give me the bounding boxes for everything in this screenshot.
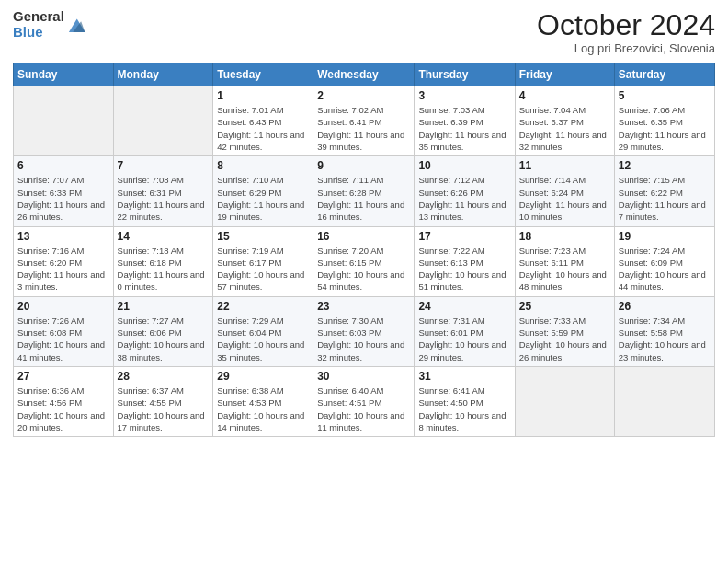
calendar-col-header: Thursday (415, 63, 515, 86)
day-info: Sunrise: 7:30 AMSunset: 6:03 PMDaylight:… (317, 315, 410, 363)
calendar-cell: 15Sunrise: 7:19 AMSunset: 6:17 PMDayligh… (213, 226, 313, 296)
page: General Blue October 2024 Log pri Brezov… (0, 0, 728, 563)
calendar-week-row: 27Sunrise: 6:36 AMSunset: 4:56 PMDayligh… (14, 366, 715, 436)
day-number: 11 (519, 159, 610, 172)
calendar-col-header: Saturday (614, 63, 714, 86)
calendar-week-row: 13Sunrise: 7:16 AMSunset: 6:20 PMDayligh… (14, 226, 715, 296)
calendar-cell: 8Sunrise: 7:10 AMSunset: 6:29 PMDaylight… (213, 156, 313, 226)
day-number: 25 (519, 300, 610, 313)
day-number: 6 (17, 159, 109, 172)
day-info: Sunrise: 7:27 AMSunset: 6:06 PMDaylight:… (118, 315, 210, 363)
calendar-cell: 5Sunrise: 7:06 AMSunset: 6:35 PMDaylight… (614, 86, 714, 156)
day-number: 26 (619, 300, 711, 313)
day-info: Sunrise: 7:23 AMSunset: 6:11 PMDaylight:… (519, 245, 610, 293)
calendar-cell: 17Sunrise: 7:22 AMSunset: 6:13 PMDayligh… (415, 226, 515, 296)
calendar-cell: 7Sunrise: 7:08 AMSunset: 6:31 PMDaylight… (113, 156, 213, 226)
month-title: October 2024 (537, 9, 715, 41)
day-info: Sunrise: 7:10 AMSunset: 6:29 PMDaylight:… (217, 174, 309, 223)
calendar-cell: 24Sunrise: 7:31 AMSunset: 6:01 PMDayligh… (415, 296, 515, 366)
calendar-cell: 19Sunrise: 7:24 AMSunset: 6:09 PMDayligh… (614, 226, 714, 296)
calendar-cell: 23Sunrise: 7:30 AMSunset: 6:03 PMDayligh… (313, 296, 415, 366)
day-info: Sunrise: 7:08 AMSunset: 6:31 PMDaylight:… (118, 174, 210, 223)
day-info: Sunrise: 7:34 AMSunset: 5:58 PMDaylight:… (619, 315, 711, 363)
calendar-cell: 25Sunrise: 7:33 AMSunset: 5:59 PMDayligh… (515, 296, 614, 366)
calendar-cell: 30Sunrise: 6:40 AMSunset: 4:51 PMDayligh… (313, 366, 415, 436)
day-number: 30 (317, 370, 410, 383)
calendar-cell: 11Sunrise: 7:14 AMSunset: 6:24 PMDayligh… (515, 156, 614, 226)
calendar-cell: 31Sunrise: 6:41 AMSunset: 4:50 PMDayligh… (415, 366, 515, 436)
day-number: 8 (217, 159, 309, 172)
day-info: Sunrise: 7:06 AMSunset: 6:35 PMDaylight:… (619, 104, 711, 153)
calendar-week-row: 6Sunrise: 7:07 AMSunset: 6:33 PMDaylight… (14, 156, 715, 226)
calendar-cell: 26Sunrise: 7:34 AMSunset: 5:58 PMDayligh… (614, 296, 714, 366)
calendar-cell: 18Sunrise: 7:23 AMSunset: 6:11 PMDayligh… (515, 226, 614, 296)
calendar-cell: 20Sunrise: 7:26 AMSunset: 6:08 PMDayligh… (14, 296, 114, 366)
day-info: Sunrise: 7:20 AMSunset: 6:15 PMDaylight:… (317, 245, 410, 293)
calendar-cell: 27Sunrise: 6:36 AMSunset: 4:56 PMDayligh… (14, 366, 114, 436)
day-number: 4 (519, 89, 610, 102)
day-info: Sunrise: 7:26 AMSunset: 6:08 PMDaylight:… (17, 315, 109, 363)
day-number: 23 (317, 300, 410, 313)
day-info: Sunrise: 7:29 AMSunset: 6:04 PMDaylight:… (217, 315, 309, 363)
day-info: Sunrise: 7:18 AMSunset: 6:18 PMDaylight:… (118, 245, 210, 293)
day-number: 17 (418, 230, 510, 243)
calendar-cell: 13Sunrise: 7:16 AMSunset: 6:20 PMDayligh… (14, 226, 114, 296)
calendar-table: SundayMondayTuesdayWednesdayThursdayFrid… (13, 63, 715, 437)
calendar-cell: 28Sunrise: 6:37 AMSunset: 4:55 PMDayligh… (113, 366, 213, 436)
day-info: Sunrise: 6:38 AMSunset: 4:53 PMDaylight:… (217, 385, 309, 433)
day-info: Sunrise: 7:01 AMSunset: 6:43 PMDaylight:… (217, 104, 309, 153)
day-number: 1 (217, 89, 309, 102)
day-number: 22 (217, 300, 309, 313)
logo-icon (66, 15, 86, 35)
day-info: Sunrise: 7:07 AMSunset: 6:33 PMDaylight:… (17, 174, 109, 223)
day-info: Sunrise: 6:40 AMSunset: 4:51 PMDaylight:… (317, 385, 410, 433)
day-number: 7 (118, 159, 210, 172)
day-info: Sunrise: 7:11 AMSunset: 6:28 PMDaylight:… (317, 174, 410, 223)
day-number: 14 (118, 230, 210, 243)
day-info: Sunrise: 7:33 AMSunset: 5:59 PMDaylight:… (519, 315, 610, 363)
calendar-cell: 9Sunrise: 7:11 AMSunset: 6:28 PMDaylight… (313, 156, 415, 226)
calendar-cell: 22Sunrise: 7:29 AMSunset: 6:04 PMDayligh… (213, 296, 313, 366)
calendar-col-header: Tuesday (213, 63, 313, 86)
calendar-cell (614, 366, 714, 436)
calendar-cell: 12Sunrise: 7:15 AMSunset: 6:22 PMDayligh… (614, 156, 714, 226)
calendar-cell: 16Sunrise: 7:20 AMSunset: 6:15 PMDayligh… (313, 226, 415, 296)
day-info: Sunrise: 7:04 AMSunset: 6:37 PMDaylight:… (519, 104, 610, 153)
calendar-col-header: Friday (515, 63, 614, 86)
day-number: 24 (418, 300, 510, 313)
day-info: Sunrise: 7:03 AMSunset: 6:39 PMDaylight:… (418, 104, 510, 153)
calendar-cell (113, 86, 213, 156)
title-block: October 2024 Log pri Brezovici, Slovenia (537, 9, 715, 55)
day-info: Sunrise: 6:36 AMSunset: 4:56 PMDaylight:… (17, 385, 109, 433)
day-info: Sunrise: 7:19 AMSunset: 6:17 PMDaylight:… (217, 245, 309, 293)
day-info: Sunrise: 7:02 AMSunset: 6:41 PMDaylight:… (317, 104, 410, 153)
day-info: Sunrise: 6:37 AMSunset: 4:55 PMDaylight:… (118, 385, 210, 433)
day-number: 18 (519, 230, 610, 243)
calendar-cell: 6Sunrise: 7:07 AMSunset: 6:33 PMDaylight… (14, 156, 114, 226)
day-number: 12 (619, 159, 711, 172)
logo-general-text: General (13, 9, 64, 25)
calendar-cell: 10Sunrise: 7:12 AMSunset: 6:26 PMDayligh… (415, 156, 515, 226)
day-number: 10 (418, 159, 510, 172)
calendar-week-row: 20Sunrise: 7:26 AMSunset: 6:08 PMDayligh… (14, 296, 715, 366)
day-info: Sunrise: 6:41 AMSunset: 4:50 PMDaylight:… (418, 385, 510, 433)
day-info: Sunrise: 7:16 AMSunset: 6:20 PMDaylight:… (17, 245, 109, 293)
calendar-cell: 29Sunrise: 6:38 AMSunset: 4:53 PMDayligh… (213, 366, 313, 436)
day-info: Sunrise: 7:24 AMSunset: 6:09 PMDaylight:… (619, 245, 711, 293)
logo: General Blue (13, 9, 86, 40)
day-number: 20 (17, 300, 109, 313)
calendar-col-header: Sunday (14, 63, 114, 86)
calendar-cell: 21Sunrise: 7:27 AMSunset: 6:06 PMDayligh… (113, 296, 213, 366)
calendar-header-row: SundayMondayTuesdayWednesdayThursdayFrid… (14, 63, 715, 86)
calendar-col-header: Wednesday (313, 63, 415, 86)
calendar-cell: 4Sunrise: 7:04 AMSunset: 6:37 PMDaylight… (515, 86, 614, 156)
day-info: Sunrise: 7:12 AMSunset: 6:26 PMDaylight:… (418, 174, 510, 223)
day-info: Sunrise: 7:14 AMSunset: 6:24 PMDaylight:… (519, 174, 610, 223)
day-number: 21 (118, 300, 210, 313)
day-info: Sunrise: 7:22 AMSunset: 6:13 PMDaylight:… (418, 245, 510, 293)
day-number: 31 (418, 370, 510, 383)
day-number: 9 (317, 159, 410, 172)
day-number: 29 (217, 370, 309, 383)
day-number: 13 (17, 230, 109, 243)
calendar-week-row: 1Sunrise: 7:01 AMSunset: 6:43 PMDaylight… (14, 86, 715, 156)
